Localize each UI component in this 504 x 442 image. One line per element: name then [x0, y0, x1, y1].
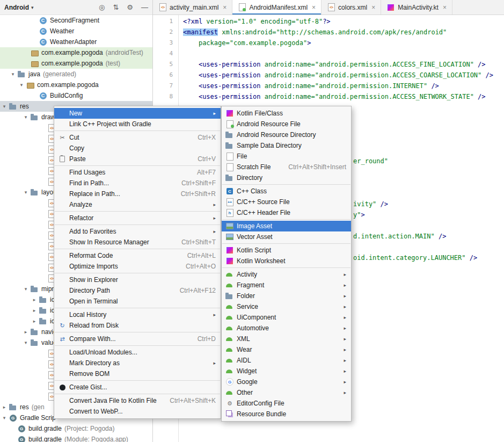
submenu-item-c-c-header-file[interactable]: C/C++ Header File [222, 207, 351, 218]
menu-item-show-in-explorer[interactable]: Show in Explorer [54, 274, 221, 285]
expand-arrow-icon[interactable]: ▾ [21, 114, 30, 120]
expand-arrow-icon[interactable]: ▾ [0, 415, 9, 421]
collapse-all-icon[interactable]: ⇅ [113, 3, 119, 11]
tab-colors-xml[interactable]: colors.xml× [322, 0, 381, 15]
submenu-item-kotlin-worksheet[interactable]: Kotlin Worksheet [222, 256, 351, 266]
menu-item-remove-bom[interactable]: Remove BOM [54, 368, 221, 379]
menu-item-find-usages[interactable]: Find UsagesAlt+F7 [54, 167, 221, 178]
code-line[interactable]: <uses-permission android:name="android.p… [183, 91, 504, 102]
code-line[interactable]: <uses-permission android:name="android.p… [183, 59, 504, 70]
tree-item-secondfragment[interactable]: SecondFragment [0, 15, 152, 26]
menu-item-show-in-resource-manager[interactable]: Show In Resource ManagerCtrl+Shift+T [54, 237, 221, 248]
submenu-item-directory[interactable]: Directory [222, 172, 351, 183]
menu-item-reload-from-disk[interactable]: Reload from Disk [54, 320, 221, 331]
menu-item-replace-in-path[interactable]: Replace in Path...Ctrl+Shift+R [54, 189, 221, 199]
submenu-item-kotlin-script[interactable]: Kotlin Script [222, 245, 351, 256]
tab-close-icon[interactable]: × [223, 4, 227, 11]
menu-item-paste[interactable]: PasteCtrl+V [54, 154, 221, 164]
submenu-item-android-resource-file[interactable]: Android Resource File [222, 119, 351, 129]
submenu-item-c-class[interactable]: C++ Class [222, 186, 351, 197]
expand-arrow-icon[interactable]: ▸ [30, 318, 39, 324]
menu-item-copy[interactable]: Copy [54, 143, 221, 154]
submenu-item-editorconfig-file[interactable]: EditorConfig File [222, 398, 351, 409]
tab-close-icon[interactable]: × [371, 4, 375, 11]
tree-item-buildconfig[interactable]: BuildConfig [0, 90, 152, 101]
settings-gear-icon[interactable]: ⚙ [127, 3, 133, 11]
hide-panel-icon[interactable]: — [141, 3, 148, 11]
expand-arrow-icon[interactable]: ▾ [21, 286, 30, 292]
code-line[interactable]: package="com.example.pogoda"> [183, 38, 504, 48]
submenu-item-android-resource-directory[interactable]: Android Resource Directory [222, 129, 351, 140]
submenu-item-other[interactable]: Other▸ [222, 387, 351, 398]
tree-item-weather[interactable]: Weather [0, 26, 152, 37]
submenu-item-aidl[interactable]: AIDL▸ [222, 355, 351, 366]
menu-item-reformat-code[interactable]: Reformat CodeCtrl+Alt+L [54, 250, 221, 261]
tab-mainactivity-kt[interactable]: MainActivity.kt× [381, 0, 452, 15]
tree-item-com-example-pogoda[interactable]: ▾com.example.pogoda [0, 79, 152, 90]
submenu-item-sample-data-directory[interactable]: Sample Data Directory [222, 140, 351, 151]
expand-arrow-icon[interactable]: ▸ [30, 297, 39, 302]
expand-arrow-icon[interactable]: ▾ [9, 71, 17, 77]
expand-arrow-icon[interactable]: ▾ [0, 104, 9, 109]
menu-item-link-c-project-with-gradle[interactable]: Link C++ Project with Gradle [54, 119, 221, 129]
submenu-item-vector-asset[interactable]: Vector Asset [222, 231, 351, 242]
submenu-item-file[interactable]: File [222, 151, 351, 162]
expand-arrow-icon[interactable]: ▸ [0, 404, 9, 410]
tree-item-weatheradapter[interactable]: WeatherAdapter [0, 37, 152, 47]
expand-arrow-icon[interactable]: ▸ [30, 308, 39, 313]
expand-arrow-icon[interactable]: ▾ [21, 340, 30, 345]
tree-item-build-gradle[interactable]: build.gradle(Project: Pogoda) [0, 423, 152, 434]
expand-arrow-icon[interactable]: ▸ [21, 329, 30, 335]
menu-item-local-history[interactable]: Local History▸ [54, 309, 221, 320]
submenu-item-activity[interactable]: Activity▸ [222, 269, 351, 280]
submenu-item-fragment[interactable]: Fragment▸ [222, 280, 351, 291]
code-fragment[interactable]: y"> [353, 209, 365, 220]
tree-item-build-gradle[interactable]: build.gradle(Module: Pogoda.app) [0, 434, 152, 442]
menu-item-directory-path[interactable]: Directory PathCtrl+Alt+F12 [54, 285, 221, 296]
menu-item-cut[interactable]: CutCtrl+X [54, 132, 221, 143]
menu-item-new[interactable]: New▸ [54, 108, 221, 119]
menu-item-load-unload-modules[interactable]: Load/Unload Modules... [54, 347, 221, 358]
code-fragment[interactable]: oid.intent.category.LAUNCHER" /> [353, 252, 477, 263]
submenu-item-wear[interactable]: Wear▸ [222, 344, 351, 355]
expand-arrow-icon[interactable]: ▾ [17, 82, 26, 88]
tree-item-com-example-pogoda[interactable]: com.example.pogoda(test) [0, 58, 152, 69]
tab-androidmanifest-xml[interactable]: AndroidManifest.xml× [232, 0, 322, 15]
submenu-item-scratch-file[interactable]: Scratch FileCtrl+Alt+Shift+Insert [222, 162, 351, 172]
tab-close-icon[interactable]: × [312, 4, 316, 11]
code-line[interactable]: <uses-permission android:name="android.p… [183, 70, 504, 81]
menu-item-optimize-imports[interactable]: Optimize ImportsCtrl+Alt+O [54, 261, 221, 272]
code-fragment[interactable]: er_round" [353, 156, 388, 166]
code-line[interactable]: <uses-permission android:name="android.p… [183, 81, 504, 91]
submenu-item-service[interactable]: Service▸ [222, 301, 351, 312]
submenu-item-automotive[interactable]: Automotive▸ [222, 323, 351, 334]
menu-item-find-in-path[interactable]: Find in Path...Ctrl+Shift+F [54, 178, 221, 189]
menu-item-refactor[interactable]: Refactor▸ [54, 213, 221, 223]
project-view-selector[interactable]: Android [4, 4, 29, 11]
submenu-item-c-c-source-file[interactable]: C/C++ Source File [222, 197, 351, 207]
code-line[interactable]: <?xml version="1.0" encoding="utf-8"?> [183, 16, 504, 27]
menu-item-compare-with[interactable]: Compare With...Ctrl+D [54, 334, 221, 344]
expand-arrow-icon[interactable]: ▾ [21, 190, 30, 195]
menu-item-convert-java-file-to-kotlin-file[interactable]: Convert Java File to Kotlin FileCtrl+Alt… [54, 395, 221, 406]
code-fragment[interactable]: d.intent.action.MAIN" /> [353, 231, 446, 242]
code-line[interactable] [183, 48, 504, 59]
menu-item-add-to-favorites[interactable]: Add to Favorites▸ [54, 226, 221, 237]
submenu-item-folder[interactable]: Folder▸ [222, 291, 351, 301]
menu-item-open-in-terminal[interactable]: Open in Terminal [54, 296, 221, 307]
menu-item-analyze[interactable]: Analyze▸ [54, 199, 221, 210]
locate-file-icon[interactable]: ◎ [99, 3, 105, 11]
menu-item-mark-directory-as[interactable]: Mark Directory as▸ [54, 358, 221, 368]
submenu-item-widget[interactable]: Widget▸ [222, 366, 351, 376]
submenu-item-resource-bundle[interactable]: Resource Bundle [222, 409, 351, 419]
submenu-item-uicomponent[interactable]: UiComponent▸ [222, 312, 351, 323]
tab-activity-main-xml[interactable]: activity_main.xml× [153, 0, 232, 15]
menu-item-create-gist[interactable]: Create Gist... [54, 382, 221, 393]
code-line[interactable]: <manifest xmlns:android="http://schemas.… [183, 27, 504, 38]
submenu-item-xml[interactable]: XML▸ [222, 334, 351, 344]
tab-close-icon[interactable]: × [443, 4, 447, 11]
menu-item-convert-to-webp[interactable]: Convert to WebP... [54, 406, 221, 417]
submenu-item-kotlin-file-class[interactable]: Kotlin File/Class [222, 108, 351, 119]
submenu-item-google[interactable]: Google▸ [222, 376, 351, 387]
submenu-item-image-asset[interactable]: Image Asset [222, 221, 351, 231]
